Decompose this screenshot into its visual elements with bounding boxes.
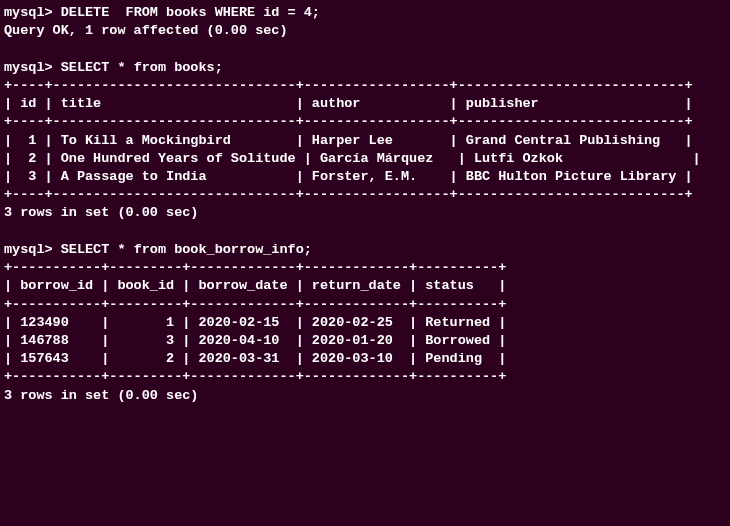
table-separator: +----+------------------------------+---… (4, 186, 726, 204)
table-row: | 157643 | 2 | 2020-03-31 | 2020-03-10 |… (4, 350, 726, 368)
terminal-line[interactable]: mysql> SELECT * from books; (4, 59, 726, 77)
table-separator: +----+------------------------------+---… (4, 77, 726, 95)
mysql-prompt: mysql> (4, 242, 61, 257)
table-row: | 1 | To Kill a Mockingbird | Harper Lee… (4, 132, 726, 150)
command-text: SELECT * from book_borrow_info; (61, 242, 312, 257)
query-result: 3 rows in set (0.00 sec) (4, 204, 726, 222)
table-separator: +-----------+---------+-------------+---… (4, 296, 726, 314)
mysql-prompt: mysql> (4, 60, 61, 75)
blank-line (4, 223, 726, 241)
table-separator: +-----------+---------+-------------+---… (4, 368, 726, 386)
table-row: | 146788 | 3 | 2020-04-10 | 2020-01-20 |… (4, 332, 726, 350)
table-row: | 2 | One Hundred Years of Solitude | Ga… (4, 150, 726, 168)
table-header: | id | title | author | publisher | (4, 95, 726, 113)
blank-line (4, 40, 726, 58)
mysql-prompt: mysql> (4, 5, 61, 20)
terminal-line[interactable]: mysql> SELECT * from book_borrow_info; (4, 241, 726, 259)
command-text: SELECT * from books; (61, 60, 223, 75)
terminal-line[interactable]: mysql> DELETE FROM books WHERE id = 4; (4, 4, 726, 22)
table-row: | 123490 | 1 | 2020-02-15 | 2020-02-25 |… (4, 314, 726, 332)
table-header: | borrow_id | book_id | borrow_date | re… (4, 277, 726, 295)
table-separator: +-----------+---------+-------------+---… (4, 259, 726, 277)
table-separator: +----+------------------------------+---… (4, 113, 726, 131)
table-row: | 3 | A Passage to India | Forster, E.M.… (4, 168, 726, 186)
query-result: 3 rows in set (0.00 sec) (4, 387, 726, 405)
command-text: DELETE FROM books WHERE id = 4; (61, 5, 320, 20)
query-result: Query OK, 1 row affected (0.00 sec) (4, 22, 726, 40)
